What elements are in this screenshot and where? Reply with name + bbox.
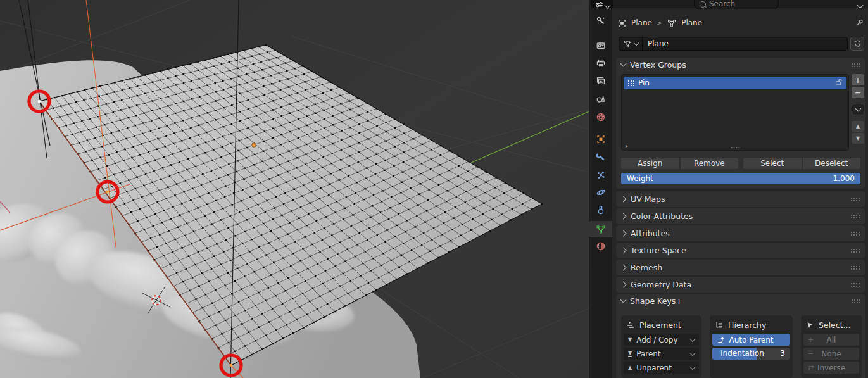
breadcrumb-data[interactable]: Plane: [681, 18, 702, 27]
tab-output-properties[interactable]: [589, 55, 612, 72]
panel-title: Vertex Groups: [630, 60, 686, 70]
constraints-icon: [596, 205, 606, 215]
tab-tool-properties[interactable]: [589, 13, 612, 29]
minus-icon: −: [808, 348, 814, 360]
indentation-slider[interactable]: Indentation 3: [712, 348, 790, 360]
select-none-button[interactable]: −None: [803, 348, 859, 360]
move-group-up-button[interactable]: ▲: [852, 121, 864, 132]
panel-grip[interactable]: [850, 265, 860, 270]
panel-header-uv-maps[interactable]: UV Maps: [616, 191, 865, 207]
placement-group: Placement ▼Add / Copy▼Parent▲Unparent: [621, 315, 701, 378]
placement-icon: [626, 320, 635, 329]
properties-options-button[interactable]: [854, 0, 865, 8]
properties-editor-icon: [595, 2, 604, 8]
panel-header-color-attributes[interactable]: Color Attributes: [616, 208, 865, 224]
panel-grip[interactable]: [850, 214, 860, 218]
chevron-down-icon: [634, 40, 639, 45]
tab-world-properties[interactable]: [589, 109, 612, 125]
pin-icon[interactable]: [855, 18, 864, 28]
add-vertex-group-button[interactable]: +: [852, 74, 864, 85]
tab-physics-properties[interactable]: [589, 184, 612, 201]
chevron-right-icon: [620, 282, 627, 288]
swap-icon: ⇄: [808, 362, 814, 374]
breadcrumb-object[interactable]: Plane: [631, 18, 652, 27]
shape-keys-plus-header[interactable]: Shape Keys+: [616, 294, 865, 308]
blender-window: Search Plane > Plan: [0, 0, 868, 378]
properties-search-input[interactable]: Search: [694, 0, 779, 9]
weight-label: Weight: [627, 173, 653, 184]
breadcrumb: Plane > Plane: [617, 16, 864, 30]
search-placeholder: Search: [709, 0, 735, 8]
chevron-right-icon: [620, 248, 627, 254]
hierarchy-label: Hierarchy: [728, 320, 766, 330]
vertex-group-item[interactable]: Pin: [624, 77, 846, 89]
vertex-group-tools: + − ▲ ▼: [852, 74, 864, 144]
panel-grip[interactable]: [850, 248, 860, 253]
unparent-dropdown[interactable]: ▲Unparent: [624, 362, 699, 374]
select-all-button[interactable]: +All: [803, 334, 859, 346]
panel-grip[interactable]: [850, 282, 860, 287]
chevron-right-icon: [620, 230, 627, 237]
panel-header-attributes[interactable]: Attributes: [616, 225, 865, 241]
auto-parent-label: Auto Parent: [729, 336, 773, 344]
tab-object-data-properties[interactable]: [589, 221, 612, 237]
chevron-down-icon: [690, 336, 695, 341]
list-resize-grip[interactable]: [731, 146, 740, 149]
weight-slider[interactable]: Weight 1.000: [621, 173, 860, 184]
select-group: Select... +All−None⇄Inverse: [801, 315, 862, 378]
weight-value: 1.000: [833, 173, 855, 184]
chevron-down-icon: [620, 297, 627, 303]
vertex-groups-panel: Vertex Groups Pin ▸: [616, 58, 865, 189]
chevron-right-icon: [620, 265, 627, 271]
select-button[interactable]: Select: [743, 158, 802, 169]
particles-icon: [596, 170, 606, 180]
panel-header-texture-space[interactable]: Texture Space: [616, 243, 865, 258]
object-data-icon: [596, 224, 606, 234]
fake-user-button[interactable]: [850, 37, 864, 51]
vertex-group-specials-menu[interactable]: [852, 104, 864, 115]
remove-button[interactable]: Remove: [681, 158, 739, 169]
3d-viewport[interactable]: [0, 0, 589, 378]
panel-header-geometry-data[interactable]: Geometry Data: [616, 277, 865, 293]
panel-grip[interactable]: [850, 197, 860, 201]
properties-editor-header: Search: [589, 0, 868, 8]
mesh-name-value[interactable]: Plane: [643, 39, 847, 48]
auto-parent-toggle[interactable]: Auto Parent: [712, 334, 790, 346]
chevron-down-icon: [620, 61, 627, 67]
panel-header-remesh[interactable]: Remesh: [616, 260, 865, 275]
hierarchy-header: Hierarchy: [712, 318, 790, 332]
tab-constraints-properties[interactable]: [589, 202, 612, 218]
list-filter-toggle[interactable]: ▸: [626, 143, 628, 149]
material-icon: [596, 241, 606, 251]
tab-object-properties[interactable]: [589, 131, 612, 148]
panel-grip[interactable]: [851, 63, 860, 67]
shape-keys-columns: Placement ▼Add / Copy▼Parent▲Unparent Hi…: [621, 315, 862, 378]
tab-material-properties[interactable]: [589, 238, 612, 255]
chevron-down-icon: [690, 364, 695, 369]
placement-label: Placement: [639, 320, 681, 330]
parent-dropdown[interactable]: ▼Parent: [624, 348, 699, 360]
assign-button[interactable]: Assign: [621, 158, 679, 169]
lock-open-icon[interactable]: [834, 78, 843, 88]
mesh-name-field[interactable]: Plane: [619, 37, 848, 51]
deselect-button[interactable]: Deselect: [803, 158, 861, 169]
tab-view-layer-properties[interactable]: [589, 73, 612, 89]
panel-grip[interactable]: [851, 299, 860, 303]
viewport-scene: [0, 0, 589, 378]
panel-grip[interactable]: [850, 231, 860, 236]
vertex-group-actions: Assign Remove Select Deselect: [621, 158, 860, 169]
editor-type-button[interactable]: [591, 0, 613, 8]
select-inverse-button[interactable]: ⇄Inverse: [803, 362, 859, 374]
shield-icon: [853, 39, 862, 48]
move-group-down-button[interactable]: ▼: [852, 133, 864, 144]
tab-render-properties[interactable]: [589, 37, 612, 54]
tab-particles-properties[interactable]: [589, 167, 612, 184]
remove-vertex-group-button[interactable]: −: [852, 87, 864, 98]
tab-modifiers-properties[interactable]: [589, 149, 612, 165]
vertex-group-list[interactable]: Pin ▸: [621, 74, 849, 151]
mesh-type-dropdown[interactable]: [619, 37, 643, 50]
vertex-groups-header[interactable]: Vertex Groups: [616, 58, 865, 72]
add-copy-dropdown[interactable]: ▼Add / Copy: [624, 334, 699, 346]
mesh-data-icon: [623, 39, 632, 48]
tab-scene-properties[interactable]: [589, 91, 612, 107]
